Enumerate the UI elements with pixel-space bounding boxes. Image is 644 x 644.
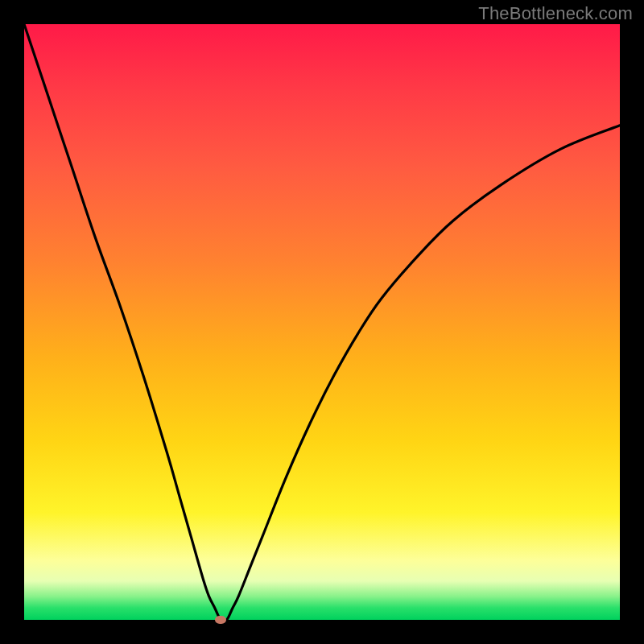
plot-area bbox=[24, 24, 620, 620]
optimal-point-marker bbox=[215, 616, 226, 624]
chart-frame: TheBottleneck.com bbox=[0, 0, 644, 644]
watermark-text: TheBottleneck.com bbox=[478, 3, 633, 24]
bottleneck-curve bbox=[24, 24, 620, 620]
